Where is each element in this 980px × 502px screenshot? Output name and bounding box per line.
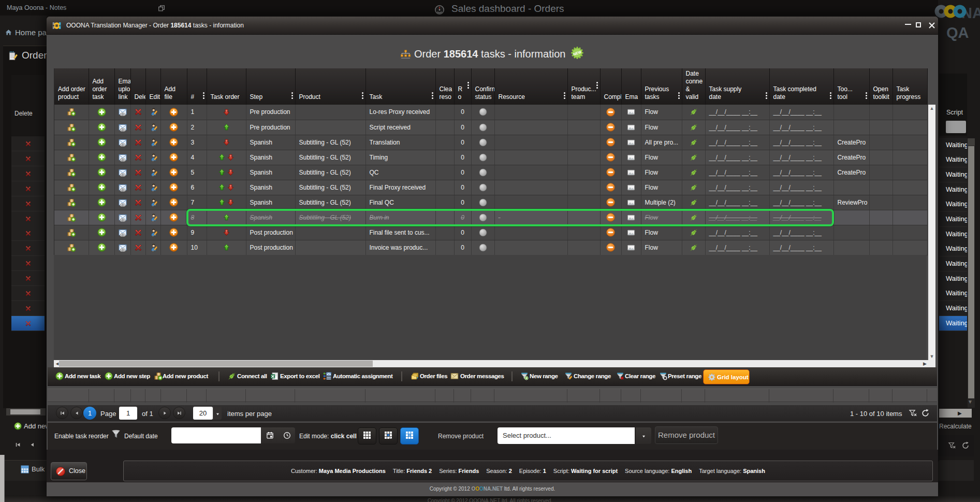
svg-text:QA: QA <box>946 24 969 41</box>
